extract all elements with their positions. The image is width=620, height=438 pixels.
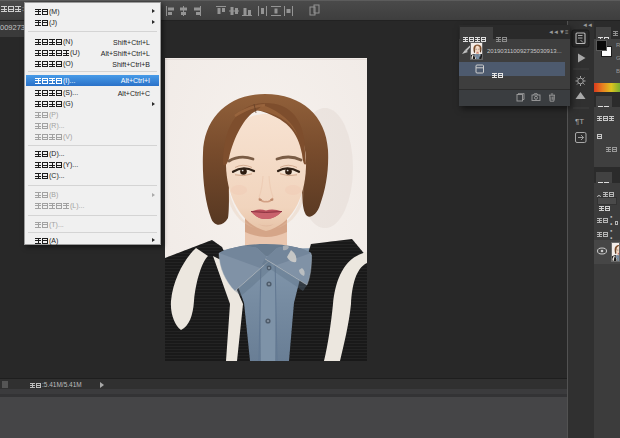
- svg-text:¶T: ¶T: [575, 117, 584, 126]
